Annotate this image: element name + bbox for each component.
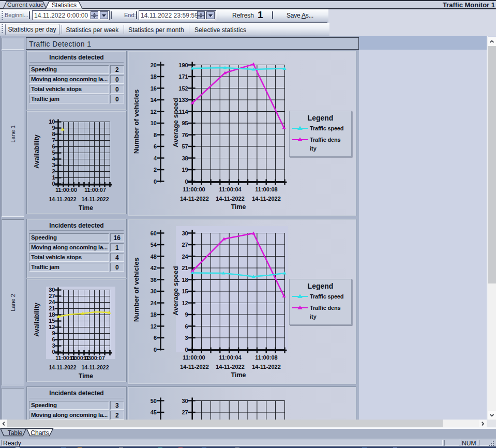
svg-text:6: 6 bbox=[154, 335, 157, 341]
svg-text:14-11-2022: 14-11-2022 bbox=[180, 364, 209, 370]
svg-text:0: 0 bbox=[154, 178, 157, 185]
svg-text:20: 20 bbox=[151, 62, 157, 68]
svg-text:9: 9 bbox=[185, 311, 188, 318]
svg-text:15: 15 bbox=[182, 288, 188, 294]
svg-text:2: 2 bbox=[154, 167, 157, 173]
svg-text:16: 16 bbox=[151, 85, 157, 92]
svg-text:12: 12 bbox=[49, 324, 55, 330]
svg-text:15: 15 bbox=[49, 318, 55, 324]
svg-text:27: 27 bbox=[49, 293, 55, 299]
svg-text:Availability: Availability bbox=[33, 303, 40, 337]
svg-text:9: 9 bbox=[52, 330, 55, 336]
svg-text:152: 152 bbox=[178, 85, 188, 92]
svg-text:Average speed: Average speed bbox=[172, 266, 179, 316]
svg-text:45: 45 bbox=[151, 409, 157, 415]
svg-text:18: 18 bbox=[151, 311, 157, 318]
svg-text:8: 8 bbox=[154, 132, 157, 138]
svg-text:54: 54 bbox=[151, 242, 157, 248]
svg-text:1: 1 bbox=[52, 174, 55, 181]
svg-text:5: 5 bbox=[52, 150, 55, 156]
svg-text:Time: Time bbox=[231, 203, 246, 211]
svg-text:14-11-2022: 14-11-2022 bbox=[252, 364, 281, 370]
svg-text:10: 10 bbox=[49, 118, 55, 125]
svg-text:Time: Time bbox=[79, 372, 93, 380]
svg-text:11:00:07: 11:00:07 bbox=[84, 187, 106, 193]
svg-text:24: 24 bbox=[49, 299, 55, 305]
svg-text:14-11-2022: 14-11-2022 bbox=[180, 196, 209, 202]
svg-text:Number of vehicles: Number of vehicles bbox=[132, 89, 140, 154]
svg-text:133: 133 bbox=[178, 97, 188, 103]
svg-text:18: 18 bbox=[182, 277, 188, 283]
svg-text:14-11-2022: 14-11-2022 bbox=[252, 196, 281, 202]
svg-text:3: 3 bbox=[185, 335, 188, 341]
svg-text:42: 42 bbox=[151, 265, 157, 271]
svg-text:14-11-2022: 14-11-2022 bbox=[49, 364, 76, 370]
svg-text:3: 3 bbox=[52, 162, 55, 168]
svg-text:14-11-2022: 14-11-2022 bbox=[81, 364, 109, 370]
svg-text:0: 0 bbox=[154, 347, 157, 353]
svg-text:57: 57 bbox=[182, 143, 188, 150]
svg-text:30: 30 bbox=[151, 288, 157, 294]
svg-text:9: 9 bbox=[52, 125, 55, 131]
svg-text:12: 12 bbox=[151, 323, 157, 330]
svg-text:48: 48 bbox=[151, 253, 157, 260]
svg-text:11:00:00: 11:00:00 bbox=[183, 186, 205, 192]
svg-text:14-11-2022: 14-11-2022 bbox=[216, 196, 245, 202]
svg-text:14-11-2022: 14-11-2022 bbox=[49, 196, 76, 202]
svg-text:11:00:00: 11:00:00 bbox=[55, 187, 77, 193]
svg-text:12: 12 bbox=[151, 109, 157, 115]
svg-text:12: 12 bbox=[182, 300, 188, 306]
svg-text:0: 0 bbox=[185, 347, 188, 353]
svg-text:30: 30 bbox=[182, 230, 188, 236]
svg-text:24: 24 bbox=[151, 300, 157, 306]
svg-text:19: 19 bbox=[182, 167, 188, 173]
svg-text:95: 95 bbox=[182, 120, 188, 126]
svg-text:3: 3 bbox=[52, 342, 55, 349]
svg-text:18: 18 bbox=[49, 311, 55, 318]
svg-text:6: 6 bbox=[185, 323, 188, 330]
svg-text:6: 6 bbox=[52, 336, 55, 342]
svg-text:38: 38 bbox=[182, 155, 188, 161]
svg-text:36: 36 bbox=[151, 277, 157, 283]
svg-text:11:00:04: 11:00:04 bbox=[219, 354, 242, 361]
svg-text:171: 171 bbox=[178, 73, 188, 80]
svg-text:Average speed: Average speed bbox=[172, 98, 179, 147]
svg-text:11:00:07: 11:00:07 bbox=[83, 355, 105, 361]
svg-text:10: 10 bbox=[151, 120, 157, 126]
svg-text:21: 21 bbox=[49, 305, 55, 311]
svg-text:11:00:00: 11:00:00 bbox=[183, 354, 205, 361]
svg-text:30: 30 bbox=[182, 398, 188, 404]
svg-text:30: 30 bbox=[49, 287, 55, 293]
svg-text:4: 4 bbox=[154, 155, 157, 161]
svg-text:14-11-2022: 14-11-2022 bbox=[81, 196, 109, 202]
svg-text:18: 18 bbox=[151, 73, 157, 80]
svg-text:14-11-2022: 14-11-2022 bbox=[216, 364, 245, 370]
svg-text:0: 0 bbox=[185, 178, 188, 185]
svg-text:27: 27 bbox=[182, 409, 188, 415]
svg-text:Time: Time bbox=[231, 371, 246, 379]
svg-text:0: 0 bbox=[52, 181, 55, 187]
svg-text:4: 4 bbox=[52, 156, 55, 162]
svg-text:Number of vehicles: Number of vehicles bbox=[132, 258, 140, 322]
svg-text:6: 6 bbox=[154, 143, 157, 150]
svg-text:7: 7 bbox=[52, 137, 55, 143]
svg-text:Time: Time bbox=[79, 204, 93, 212]
svg-text:50: 50 bbox=[151, 398, 157, 404]
svg-text:60: 60 bbox=[151, 230, 157, 236]
svg-text:21: 21 bbox=[182, 265, 188, 271]
svg-text:190: 190 bbox=[178, 62, 188, 68]
svg-text:24: 24 bbox=[182, 253, 188, 260]
svg-text:27: 27 bbox=[182, 242, 188, 248]
svg-text:0: 0 bbox=[52, 349, 55, 355]
svg-text:2: 2 bbox=[52, 168, 55, 174]
svg-text:Availability: Availability bbox=[33, 135, 40, 169]
svg-text:11:00:04: 11:00:04 bbox=[219, 186, 242, 192]
svg-text:14: 14 bbox=[151, 97, 157, 103]
svg-text:6: 6 bbox=[52, 143, 55, 150]
svg-text:11:00:08: 11:00:08 bbox=[255, 354, 277, 361]
svg-text:11:00:08: 11:00:08 bbox=[255, 186, 277, 192]
svg-text:114: 114 bbox=[179, 109, 189, 115]
svg-text:76: 76 bbox=[182, 132, 188, 138]
svg-text:8: 8 bbox=[52, 131, 55, 137]
